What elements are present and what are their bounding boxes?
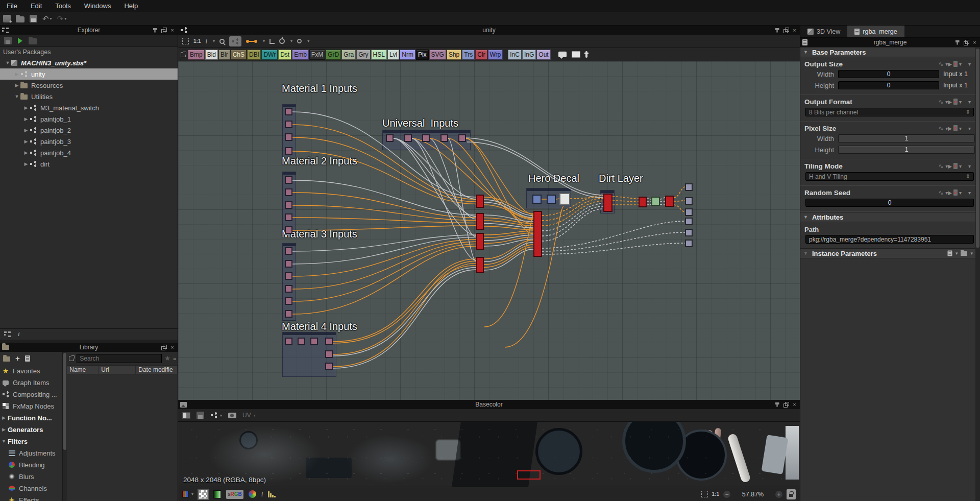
library-category-graph-items[interactable]: Graph Items [0, 377, 62, 389]
open-file-icon[interactable] [16, 16, 24, 22]
filter-button-bld[interactable]: Bld [205, 50, 218, 60]
filter-button-ing[interactable]: InG [522, 50, 536, 60]
filter-button-clr[interactable]: Clr [475, 50, 487, 60]
info-icon[interactable]: i [18, 330, 20, 338]
tree-item-m3-material-switch[interactable]: ▶M3_material_switch [0, 102, 178, 113]
param-function-icons[interactable]: ∿▾▶▾▾ [938, 162, 971, 170]
frame-icon[interactable] [572, 51, 580, 58]
add-icon[interactable]: + [15, 354, 20, 363]
graph-node-blend[interactable] [532, 195, 542, 204]
graph-node-input[interactable] [285, 285, 292, 293]
filter-button-blr[interactable]: Blr [218, 50, 230, 60]
filter-button-emb[interactable]: Emb [292, 50, 309, 60]
menu-item-file[interactable]: File [0, 2, 24, 10]
histogram-icon[interactable] [268, 491, 276, 497]
graph-node-output[interactable] [685, 183, 693, 191]
graph-node-input[interactable] [285, 213, 292, 221]
graph-node-blend[interactable] [547, 195, 556, 204]
tiling-mode-dropdown[interactable]: H and V Tiling⇕ [805, 172, 974, 181]
zoom-icon[interactable] [219, 39, 225, 44]
zoom-out-button[interactable]: − [723, 491, 730, 498]
tree-item-resources[interactable]: ▶Resources [0, 80, 178, 91]
explorer-save-icon[interactable] [4, 37, 12, 44]
view2d-close-icon[interactable]: × [791, 401, 798, 408]
library-category-favorites[interactable]: ★Favorites [0, 365, 62, 377]
graph-node-input[interactable] [458, 134, 466, 142]
preset-doc-icon[interactable] [947, 251, 952, 256]
library-category-function-no[interactable]: ▶Function No... [0, 412, 62, 424]
filter-button-nrm[interactable]: Nrm [400, 50, 415, 60]
graph-node-input[interactable] [285, 201, 292, 209]
library-float-icon[interactable] [160, 344, 167, 351]
tree-expand-icon[interactable]: ▶ [13, 83, 20, 88]
param-function-icons[interactable]: ∿▾▶▾▾ [938, 60, 971, 68]
section-base-parameters[interactable]: ▼Base Parameters [800, 47, 980, 57]
comment-icon[interactable] [558, 52, 567, 57]
graph-float-icon[interactable] [782, 27, 790, 34]
uv-overlay-button[interactable]: UV [242, 412, 251, 419]
graph-node-input[interactable] [285, 188, 292, 196]
graph-node-input[interactable] [422, 134, 430, 142]
color-wheel-icon[interactable] [249, 490, 256, 498]
library-category-effects[interactable]: Effects [0, 494, 62, 501]
graph-node-input[interactable] [285, 310, 292, 318]
explorer-play-icon[interactable] [18, 38, 22, 44]
filter-button-dst[interactable]: Dst [278, 50, 291, 60]
filter-button-dwr[interactable]: DWr [261, 50, 278, 60]
tree-item-utilities[interactable]: ▼Utilities [0, 91, 178, 102]
menu-item-tools[interactable]: Tools [48, 2, 77, 10]
image-info-icon[interactable]: i [261, 490, 263, 498]
channel-select-icon[interactable] [182, 491, 189, 497]
new-file-icon[interactable] [3, 15, 11, 22]
favorite-filter-icon[interactable]: ★ [164, 354, 170, 362]
graph-node-output[interactable] [685, 218, 693, 225]
section-instance-parameters[interactable]: ▼Instance Parameters ▾ ▾ [800, 248, 980, 258]
filter-button-chs[interactable]: ChS [231, 50, 247, 60]
gradient-preview-icon[interactable] [213, 490, 221, 498]
graph-node-input[interactable] [386, 134, 394, 142]
properties-close-icon[interactable]: × [971, 39, 978, 46]
tab-rgba-merge[interactable]: rgba_merge [847, 26, 904, 37]
filter-button-shp[interactable]: Shp [447, 50, 461, 60]
filter-button-gra[interactable]: Gra [341, 50, 356, 60]
filter-button-bmp[interactable]: Bmp [188, 50, 205, 60]
graph-close-icon[interactable]: × [791, 27, 798, 34]
param-function-icons[interactable]: ∿▾▶▾▾ [938, 125, 971, 132]
graph-node-merge[interactable] [639, 197, 647, 207]
random-seed-slider[interactable]: 0 [805, 199, 974, 207]
graph-info-icon[interactable]: i [205, 37, 207, 45]
filter-button-gry[interactable]: Gry [356, 50, 370, 60]
graph-node-merge[interactable] [665, 196, 674, 207]
menu-item-edit[interactable]: Edit [24, 2, 48, 10]
tree-item-paintjob-3[interactable]: ▶paintjob_3 [0, 136, 178, 147]
preset-folder-icon[interactable] [961, 251, 967, 256]
edit-filter-icon[interactable] [25, 355, 30, 362]
column-date[interactable]: Date modifie [136, 366, 178, 374]
category-expand-icon[interactable]: ▶ [0, 427, 8, 432]
link-routing-icon[interactable] [270, 39, 275, 44]
filter-button-grd[interactable]: GrD [326, 50, 341, 60]
filter-button-trs[interactable]: Trs [462, 50, 475, 60]
graph-node-input[interactable] [285, 297, 292, 305]
view2d-pin-icon[interactable] [773, 401, 781, 408]
filter-button-dbl[interactable]: DBl [247, 50, 261, 60]
output-width-slider[interactable]: 0 [838, 70, 939, 78]
graph-node-output[interactable] [685, 197, 693, 205]
filter-button-pix[interactable]: Pix [416, 50, 429, 60]
pin-node-icon[interactable] [585, 51, 587, 58]
node-tool-button[interactable] [229, 36, 241, 46]
graph-node-input[interactable] [404, 134, 412, 142]
view2d-float-icon[interactable] [782, 401, 790, 408]
properties-scrollbar[interactable] [975, 47, 980, 501]
library-category-fxmap-nodes[interactable]: FxMap Nodes [0, 400, 62, 412]
tree-item-paintjob-4[interactable]: ▶paintjob_4 [0, 147, 178, 158]
graph-node-merge[interactable] [533, 211, 542, 257]
graph-node-merge[interactable] [476, 233, 484, 250]
zoom-in-button[interactable]: + [775, 491, 782, 498]
library-category-filters[interactable]: ▼Filters [0, 436, 62, 447]
graph-node-input[interactable] [325, 338, 333, 345]
graph-canvas[interactable]: Material 1 InputsUniversal InputsMateria… [178, 61, 800, 400]
graph-settings-icon[interactable] [297, 39, 302, 43]
library-category-channels[interactable]: Channels [0, 483, 62, 494]
section-attributes[interactable]: ▼Attributes [800, 212, 980, 222]
